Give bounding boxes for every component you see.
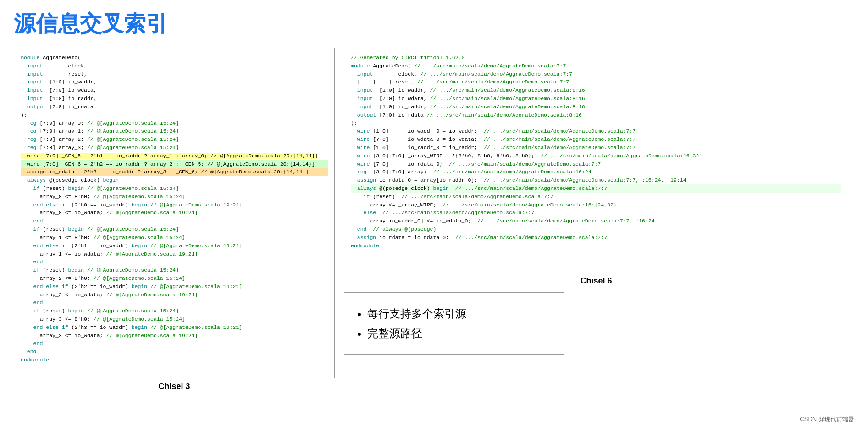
code-line: assign io_rdata = io_rdata_0; // .../src… <box>351 233 841 242</box>
code-line: array <= _array_WIRE; // .../src/main/sc… <box>351 201 841 209</box>
code-line: if (reset) begin // @[AggrateDemo.scala … <box>21 225 328 233</box>
code-line: array_3 <= 8'h0; // @[AggrateDemo.scala … <box>21 315 328 323</box>
code-line: output [7:0] io_rdata // .../src/main/sc… <box>351 111 841 119</box>
code-line: input clock, <box>21 62 328 70</box>
code-line: input clock, // .../src/main/scala/demo/… <box>351 70 841 78</box>
left-code-block: module AggrateDemo( input clock, input r… <box>21 54 328 364</box>
code-line: input [1:0] io_raddr, <box>21 94 328 103</box>
bullet-item-2: 完整源路径 <box>367 323 550 343</box>
code-line: assign io_rdata = 2'h3 == io_raddr ? arr… <box>21 168 328 176</box>
code-line: input [1:0] io_waddr, // .../src/main/sc… <box>351 86 841 94</box>
code-line: ); <box>351 119 841 128</box>
code-line: array_2 <= io_wdata; // @[AggrateDemo.sc… <box>21 291 328 299</box>
code-line: if (reset) begin // @[AggrateDemo.scala … <box>21 184 328 193</box>
code-line: wire [7:0] _GEN_5 = 2'h1 == io_raddr ? a… <box>21 152 328 160</box>
code-line: if (reset) begin // @[AggrateDemo.scala … <box>21 266 328 274</box>
code-line: assign io_rdata_0 = array[io_raddr_0]; /… <box>351 176 841 184</box>
code-line: end else if (2'h2 == io_waddr) begin // … <box>21 283 328 291</box>
code-line: always @(posedge clock) begin <box>21 176 328 184</box>
code-line: array_0 <= 8'h0; // @[AggrateDemo.scala … <box>21 193 328 201</box>
code-line: wire [7:0] io_wdata_0 = io_wdata; // ...… <box>351 135 841 144</box>
left-code-panel: module AggrateDemo( input clock, input r… <box>14 48 335 378</box>
code-line: end <box>21 217 328 225</box>
code-line: array_2 <= 8'h0; // @[AggrateDemo.scala … <box>21 274 328 283</box>
code-line: end else if (2'h1 == io_waddr) begin // … <box>21 242 328 250</box>
code-line: ); <box>21 111 328 119</box>
code-line: array_0 <= io_wdata; // @[AggrateDemo.sc… <box>21 209 328 217</box>
right-section: // Generated by CIRCT firtool-1.62.0modu… <box>344 48 848 355</box>
code-line: wire [7:0] io_rdata_0; // .../src/main/s… <box>351 160 841 168</box>
code-line: | | | reset, // .../src/main/scala/demo/… <box>351 78 841 86</box>
code-line: array_1 <= io_wdata; // @[AggrateDemo.sc… <box>21 250 328 258</box>
bullet-list: 每行支持多个索引源 完整源路径 <box>358 304 550 343</box>
code-line: endmodule <box>21 356 328 364</box>
left-panel-wrapper: module AggrateDemo( input clock, input r… <box>14 48 335 391</box>
bullet-panel: 每行支持多个索引源 完整源路径 <box>344 292 564 355</box>
code-line: end <box>21 339 328 348</box>
code-line: end // always @(posedge) <box>351 225 841 233</box>
right-caption: Chisel 6 <box>344 276 848 286</box>
code-line: reg [7:0] array_3; // @[AggrateDemo.scal… <box>21 144 328 152</box>
code-line: reg [3:0][7:0] array; // .../src/main/sc… <box>351 168 841 176</box>
right-code-block: // Generated by CIRCT firtool-1.62.0modu… <box>351 54 841 250</box>
page-title: 源信息交叉索引 <box>14 9 854 39</box>
code-line: input reset, <box>21 70 328 78</box>
code-line: input [1:0] io_raddr, // .../src/main/sc… <box>351 103 841 111</box>
code-line: module AggrateDemo( // .../src/main/scal… <box>351 62 841 70</box>
code-line: wire [7:0] _GEN_6 = 2'h2 == io_raddr ? a… <box>21 160 328 168</box>
code-line: output [7:0] io_rdata <box>21 103 328 111</box>
code-line: input [7:0] io_wdata, // .../src/main/sc… <box>351 94 841 103</box>
right-bottom-row: 每行支持多个索引源 完整源路径 <box>344 290 848 355</box>
code-line: wire [3:0][7:0] _array_WIRE = '{8'h0, 8'… <box>351 152 841 160</box>
right-code-panel: // Generated by CIRCT firtool-1.62.0modu… <box>344 48 848 272</box>
code-line: input [7:0] io_wdata, <box>21 86 328 94</box>
left-caption: Chisel 3 <box>14 382 335 391</box>
code-line: reg [7:0] array_1; // @[AggrateDemo.scal… <box>21 127 328 135</box>
code-line: else // .../src/main/scala/demo/AggrateD… <box>351 209 841 217</box>
code-line: end else if (2'h0 == io_waddr) begin // … <box>21 201 328 209</box>
code-line: end <box>21 348 328 356</box>
code-line: end else if (2'h3 == io_waddr) begin // … <box>21 323 328 332</box>
code-line: array_3 <= io_wdata; // @[AggrateDemo.sc… <box>21 332 328 340</box>
code-line: wire [1:0] io_waddr_0 = io_waddr; // ...… <box>351 127 841 135</box>
code-line: array_1 <= 8'h0; // @[AggrateDemo.scala … <box>21 233 328 242</box>
code-line: if (reset) begin // @[AggrateDemo.scala … <box>21 307 328 315</box>
code-line: wire [1:0] io_raddr_0 = io_raddr; // ...… <box>351 144 841 152</box>
code-line: always @(posedge clock) begin // .../src… <box>351 184 841 193</box>
right-top-wrapper: // Generated by CIRCT firtool-1.62.0modu… <box>344 48 848 286</box>
code-line: end <box>21 299 328 307</box>
main-content: module AggrateDemo( input clock, input r… <box>14 48 854 391</box>
code-line: reg [7:0] array_0; // @[AggrateDemo.scal… <box>21 119 328 128</box>
code-line: array[io_waddr_0] <= io_wdata_0; // .../… <box>351 217 841 225</box>
footer-text: CSDN @现代前端器 <box>800 415 854 423</box>
code-line: module AggrateDemo( <box>21 54 328 62</box>
code-line: if (reset) // .../src/main/scala/demo/Ag… <box>351 193 841 201</box>
code-line: end <box>21 258 328 266</box>
code-line: // Generated by CIRCT firtool-1.62.0 <box>351 54 841 62</box>
code-line: endmodule <box>351 242 841 250</box>
bullet-item-1: 每行支持多个索引源 <box>367 304 550 323</box>
code-line: input [1:0] io_waddr, <box>21 78 328 86</box>
code-line: reg [7:0] array_2; // @[AggrateDemo.scal… <box>21 135 328 144</box>
